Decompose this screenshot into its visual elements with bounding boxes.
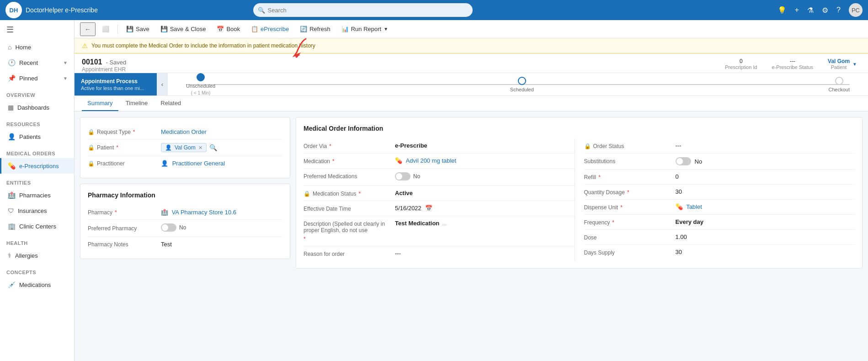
maximize-button[interactable]: ⬜ bbox=[97, 23, 114, 35]
sidebar-item-recent[interactable]: 🕐 Recent ▼ bbox=[0, 55, 74, 70]
patient-chevron[interactable]: ▼ bbox=[852, 62, 857, 67]
pref-toggle-track[interactable] bbox=[395, 172, 410, 180]
sub-toggle-track[interactable] bbox=[676, 157, 691, 165]
warning-banner: ⚠ You must complete the Medical Order to… bbox=[75, 38, 868, 53]
steps-row: Unscheduled ( < 1 Min) Scheduled Checkou… bbox=[186, 73, 850, 96]
search-container: 🔍 bbox=[253, 3, 473, 17]
refill-value[interactable]: 0 bbox=[676, 173, 855, 180]
sidebar-item-patients[interactable]: 👤 Patients bbox=[0, 129, 74, 144]
step-circle-scheduled bbox=[518, 77, 526, 85]
patient-row: 🔒 Patient * 👤 Val Gom ✕ 🔍 bbox=[88, 139, 282, 156]
filter-icon[interactable]: ⚗ bbox=[807, 6, 814, 15]
sidebar-item-clinic-centers[interactable]: 🏢 Clinic Centers bbox=[0, 218, 74, 234]
book-button[interactable]: 📅 Book bbox=[212, 23, 245, 35]
description-text[interactable]: Test Medication bbox=[395, 220, 439, 227]
quantity-dosage-value[interactable]: 30 bbox=[676, 188, 855, 195]
patient-name[interactable]: Val Gom bbox=[828, 58, 850, 64]
practitioner-value[interactable]: 👤 Practitioner General bbox=[161, 160, 282, 167]
settings-icon[interactable]: ⚙ bbox=[822, 6, 828, 15]
preferred-medications-row: Preferred Medications No bbox=[304, 169, 575, 186]
refill-label: Refill * bbox=[584, 173, 676, 180]
order-status-badge: - Saved bbox=[106, 59, 127, 66]
preferred-medications-toggle[interactable]: No bbox=[395, 172, 420, 180]
sidebar-label-insurances: Insurances bbox=[18, 207, 47, 214]
run-report-button[interactable]: 📊 Run Report ▼ bbox=[337, 23, 393, 35]
pharmacy-card: Pharmacy Information Pharmacy * 🏥 VA Pha… bbox=[80, 184, 290, 259]
help-icon[interactable]: ? bbox=[836, 6, 841, 14]
preferred-pharmacy-toggle[interactable]: No bbox=[161, 223, 186, 232]
sidebar-item-eprescriptions[interactable]: 💊 e-Prescriptions bbox=[0, 158, 74, 174]
effective-date-label: Effective Date Time bbox=[304, 205, 395, 212]
section-label-medical-orders: Medical Orders bbox=[0, 144, 74, 158]
right-panel: Medical Order Information Order Via * e-… bbox=[296, 117, 863, 356]
description-more[interactable]: ... bbox=[442, 220, 447, 227]
eprescribe-status-value: --- bbox=[790, 58, 795, 64]
request-type-label: 🔒 Request Type * bbox=[88, 129, 161, 135]
back-button[interactable]: ← bbox=[80, 22, 96, 36]
reason-for-order-value[interactable]: --- bbox=[395, 250, 575, 257]
patient-remove-button[interactable]: ✕ bbox=[198, 145, 202, 151]
refresh-button[interactable]: 🔄 Refresh bbox=[295, 23, 335, 35]
effective-date-row: Effective Date Time 5/16/2022 📅 bbox=[304, 201, 575, 216]
search-input[interactable] bbox=[253, 3, 473, 17]
dose-label: Dose bbox=[584, 234, 676, 241]
process-bar: Appointment Process Active for less than… bbox=[75, 73, 868, 96]
practitioner-icon: 👤 bbox=[161, 160, 168, 167]
sub-toggle-thumb bbox=[676, 158, 683, 165]
step-sublabel-unscheduled: ( < 1 Min) bbox=[191, 90, 211, 96]
order-via-value[interactable]: e-Prescribe bbox=[395, 142, 575, 149]
refresh-icon: 🔄 bbox=[300, 26, 307, 32]
sidebar-item-pharmacies[interactable]: 🏥 Pharmacies bbox=[0, 187, 74, 203]
dispense-unit-value[interactable]: 💊 Tablet bbox=[676, 203, 855, 210]
medications-icon: 💉 bbox=[8, 281, 16, 288]
quantity-dosage-label: Quantity Dosage * bbox=[584, 188, 676, 196]
step-label-unscheduled: Unscheduled bbox=[186, 83, 215, 89]
sidebar-item-insurances[interactable]: 🛡 Insurances bbox=[0, 203, 74, 218]
toolbar-divider-1 bbox=[117, 24, 118, 34]
patient-label-field: 🔒 Patient * bbox=[88, 144, 161, 151]
pharmacy-store-icon: 🏥 bbox=[161, 209, 168, 216]
section-label-overview: Overview bbox=[0, 86, 74, 100]
dose-value[interactable]: 1.00 bbox=[676, 234, 855, 240]
tab-related[interactable]: Related bbox=[155, 96, 186, 111]
run-report-label: Run Report bbox=[351, 26, 381, 32]
sidebar-item-dashboards[interactable]: ▦ Dashboards bbox=[0, 100, 74, 115]
toggle-track[interactable] bbox=[161, 223, 176, 232]
medication-value[interactable]: 💊 Advil 200 mg tablet bbox=[395, 157, 575, 164]
save-icon: 💾 bbox=[126, 26, 133, 32]
bulb-icon[interactable]: 💡 bbox=[777, 6, 787, 15]
sidebar-item-pinned[interactable]: 📌 Pinned ▼ bbox=[0, 70, 74, 86]
tab-summary[interactable]: Summary bbox=[82, 96, 118, 111]
medical-order-right-col: 🔒 Order Status --- Substitutions bbox=[575, 138, 855, 261]
frequency-value[interactable]: Every day bbox=[676, 218, 855, 225]
sidebar-item-home[interactable]: ⌂ Home bbox=[0, 39, 74, 55]
sidebar-item-allergies[interactable]: ⚕ Allergies bbox=[0, 248, 74, 263]
allergies-icon: ⚕ bbox=[8, 252, 11, 259]
pin-icon: 📌 bbox=[8, 74, 16, 82]
refill-row: Refill * 0 bbox=[584, 170, 855, 185]
process-bar-toggle[interactable]: ‹ bbox=[157, 73, 168, 96]
substitutions-value: No bbox=[676, 157, 855, 165]
calendar-icon[interactable]: 📅 bbox=[425, 205, 432, 212]
step-scheduled: Scheduled bbox=[510, 77, 534, 92]
hamburger-menu[interactable]: ☰ bbox=[0, 20, 74, 39]
eprescribe-button[interactable]: 📋 ePrescribe bbox=[246, 23, 293, 35]
user-avatar[interactable]: PC bbox=[849, 3, 863, 17]
effective-date-text[interactable]: 5/16/2022 bbox=[395, 205, 421, 212]
save-button[interactable]: 💾 Save bbox=[122, 23, 154, 35]
pharmacy-value[interactable]: 🏥 VA Pharmacy Store 10.6 bbox=[161, 209, 282, 216]
medication-row: Medication * 💊 Advil 200 mg tablet bbox=[304, 154, 575, 169]
save-close-button[interactable]: 💾 Save & Close bbox=[156, 23, 211, 35]
patient-search-icon[interactable]: 🔍 bbox=[209, 144, 217, 151]
expand-icon-pinned: ▼ bbox=[63, 76, 68, 81]
days-supply-value[interactable]: 30 bbox=[676, 249, 855, 255]
pharmacy-notes-value[interactable]: Test bbox=[161, 241, 282, 248]
app-logo[interactable]: DH DoctorHelper e-Prescribe bbox=[5, 2, 98, 18]
process-sublabel-text: Active for less than one mi... bbox=[81, 85, 150, 91]
substitutions-toggle[interactable] bbox=[676, 157, 691, 165]
add-icon[interactable]: + bbox=[795, 6, 799, 14]
tab-timeline[interactable]: Timeline bbox=[120, 96, 154, 111]
request-type-value[interactable]: Medication Order bbox=[161, 128, 282, 135]
sidebar-item-medications[interactable]: 💉 Medications bbox=[0, 277, 74, 292]
patient-search-wrap: 👤 Val Gom ✕ 🔍 bbox=[161, 143, 282, 152]
